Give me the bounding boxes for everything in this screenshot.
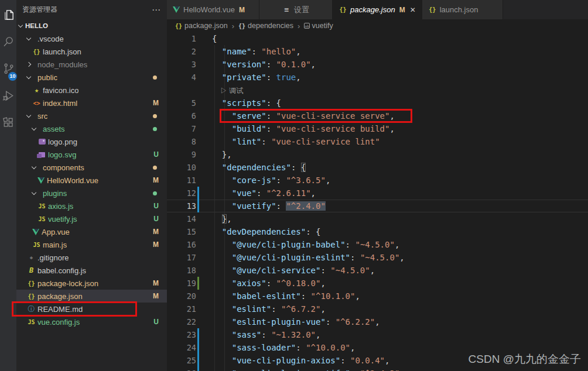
chevron-down-icon — [18, 22, 23, 27]
code-line-13[interactable]: 13 "vuetify": "^2.4.0" — [167, 200, 588, 212]
line-number: 25 — [167, 354, 196, 367]
run-debug-icon[interactable] — [0, 82, 16, 109]
code-line-9[interactable]: 9 }, — [167, 148, 588, 161]
tree-item-main-js[interactable]: JSmain.jsM — [16, 238, 167, 251]
code-line-15[interactable]: 15 "devDependencies": { — [167, 225, 588, 238]
extensions-icon[interactable] — [0, 109, 16, 136]
code-line-2[interactable]: 2 "name": "hello", — [167, 45, 588, 58]
gutter-modified-indicator — [197, 187, 199, 200]
git-status-badge: M — [153, 228, 159, 236]
tree-item-label: assets — [43, 125, 65, 133]
tree-item-vscode[interactable]: .vscode — [16, 32, 167, 45]
tree-item-public[interactable]: public — [16, 71, 167, 84]
chevron-down-icon — [27, 115, 36, 117]
code-line-11[interactable]: 11 "core-js": "^3.6.5", — [167, 174, 588, 187]
tab-modified-badge: M — [399, 6, 405, 14]
code-line-7[interactable]: 7 "build": "vue-cli-service build", — [167, 122, 588, 135]
tree-item-node-modules[interactable]: node_modules — [16, 58, 167, 71]
star-icon: ★ — [32, 86, 41, 94]
breadcrumb-label: vuetify — [312, 22, 333, 30]
json-icon: {} — [27, 280, 36, 287]
line-number: 18 — [167, 264, 196, 277]
breadcrumb-label: dependencies — [248, 22, 293, 30]
search-icon[interactable] — [0, 28, 16, 55]
chevron-right-icon — [27, 63, 36, 66]
breadcrumb-item-vuetify[interactable]: abvuetify — [304, 22, 333, 30]
line-number: 14 — [167, 212, 196, 225]
code-line-19[interactable]: 19 "axios": "^0.18.0", — [167, 277, 588, 290]
tree-item-babel-config-js[interactable]: Bbabel.config.js — [16, 264, 167, 277]
json-icon: {} — [339, 6, 347, 13]
code-line-5[interactable]: 5 "scripts": { — [167, 97, 588, 109]
tree-item-package-lock-json[interactable]: {}package-lock.jsonM — [16, 277, 167, 290]
tree-item-helloworld-vue[interactable]: HelloWorld.vueM — [16, 174, 167, 187]
tree-item-gitignore[interactable]: ◆.gitignore — [16, 251, 167, 264]
vue-icon — [37, 177, 45, 184]
code-line-22[interactable]: 22 "eslint-plugin-vue": "^6.2.2", — [167, 315, 588, 328]
line-number: 24 — [167, 341, 196, 354]
breadcrumb-separator: › — [298, 22, 300, 30]
code-line-18[interactable]: 18 "@vue/cli-service": "~4.5.0", — [167, 264, 588, 277]
tree-item-components[interactable]: components — [16, 161, 167, 174]
code-line-lens[interactable]: ▷ 调试 — [167, 84, 588, 97]
more-actions-icon[interactable]: ⋯ — [152, 5, 161, 15]
breadcrumb-item-package-json[interactable]: {}package.json — [175, 22, 228, 30]
line-number: 12 — [167, 187, 196, 200]
tree-item-axios-js[interactable]: JSaxios.jsU — [16, 200, 167, 212]
line-number: 15 — [167, 225, 196, 238]
code-line-23[interactable]: 23 "sass": "~1.32.0", — [167, 328, 588, 341]
code-line-16[interactable]: 16 "@vue/cli-plugin-babel": "~4.5.0", — [167, 238, 588, 251]
code-line-12[interactable]: 12 "vue": "^2.6.11", — [167, 187, 588, 200]
tab-launch-json[interactable]: {}launch.json — [422, 0, 503, 19]
gutter-modified-indicator — [197, 354, 199, 367]
tree-item-index-html[interactable]: <>index.htmlM — [16, 97, 167, 109]
tree-item-launch-json[interactable]: {}launch.json — [16, 45, 167, 58]
code-line-17[interactable]: 17 "@vue/cli-plugin-eslint": "~4.5.0", — [167, 251, 588, 264]
tree-item-label: App.vue — [42, 228, 70, 236]
tree-root-hello[interactable]: HELLO — [16, 19, 167, 32]
code-line-20[interactable]: 20 "babel-eslint": "^10.1.0", — [167, 290, 588, 303]
code-line-26[interactable]: 26 "vue-cli-plugin-vuetify": "^2.4.3" — [167, 367, 588, 371]
code-line-6[interactable]: 6 "serve": "vue-cli-service serve", — [167, 109, 588, 122]
close-icon[interactable]: ✕ — [410, 6, 416, 14]
tree-item-label: .vscode — [37, 35, 64, 43]
git-status-badge: M — [153, 241, 159, 249]
vscode-window: 10 资源管理器 ⋯ HELLO .vscode{}launch.jsonnod… — [0, 0, 588, 371]
tree-item-logo-png[interactable]: logo.png — [16, 135, 167, 148]
code-line-14[interactable]: 14 }, — [167, 212, 588, 225]
tree-item-plugins[interactable]: plugins — [16, 187, 167, 200]
tree-item-vue-config-js[interactable]: JSvue.config.jsU — [16, 315, 167, 328]
tree-item-vuetify-js[interactable]: JSvuetify.jsU — [16, 212, 167, 225]
tab-设置[interactable]: ≡设置 — [259, 0, 333, 19]
code-line-4[interactable]: 4 "private": true, — [167, 71, 588, 84]
tree-item-label: components — [43, 163, 84, 172]
tree-item-src[interactable]: src — [16, 109, 167, 122]
tree-item-assets[interactable]: assets — [16, 122, 167, 135]
tab-package-json[interactable]: {}package.jsonM✕ — [333, 0, 422, 19]
code-line-21[interactable]: 21 "eslint": "^6.7.2", — [167, 303, 588, 315]
annotation-box-code: "serve": "vue-cli-service serve", — [222, 111, 410, 121]
vue-icon — [32, 229, 40, 235]
breadcrumb-item-dependencies[interactable]: {}dependencies — [238, 22, 293, 30]
tree-item-logo-svg[interactable]: logo.svgU — [16, 148, 167, 161]
tree-item-label: main.js — [43, 241, 67, 249]
tree-item-favicon-ico[interactable]: ★favicon.ico — [16, 84, 167, 97]
explorer-icon[interactable] — [0, 1, 16, 28]
code-line-8[interactable]: 8 "lint": "vue-cli-service lint" — [167, 135, 588, 148]
tree-item-readme-md[interactable]: ⓘREADME.md — [16, 303, 167, 315]
tree-item-app-vue[interactable]: App.vueM — [16, 225, 167, 238]
editor-group: HelloWorld.vueM≡设置{}package.jsonM✕{}laun… — [167, 0, 588, 371]
code-line-1[interactable]: 1{ — [167, 32, 588, 45]
line-number: 21 — [167, 303, 196, 315]
tree-item-package-json[interactable]: {}package.jsonM — [16, 290, 167, 303]
chevron-down-icon — [32, 193, 41, 194]
js-icon: JS — [32, 242, 41, 248]
gutter-modified-indicator — [197, 367, 199, 371]
source-control-icon[interactable]: 10 — [0, 55, 16, 82]
tab-helloworld-vue[interactable]: HelloWorld.vueM — [167, 0, 259, 19]
code-line-10[interactable]: 10 "dependencies": { — [167, 161, 588, 174]
code-editor[interactable]: 1{2 "name": "hello",3 "version": "0.1.0"… — [167, 32, 588, 371]
tab-label: HelloWorld.vue — [183, 5, 235, 14]
code-line-3[interactable]: 3 "version": "0.1.0", — [167, 58, 588, 71]
tree-item-label: package-lock.json — [37, 279, 98, 288]
